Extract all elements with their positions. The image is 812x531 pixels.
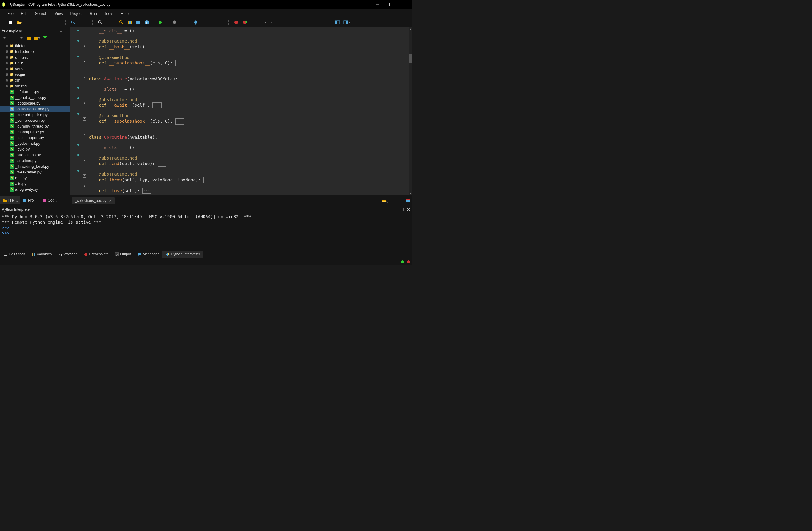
menu-search[interactable]: Search [31,10,51,17]
tree-file[interactable]: _dummy_thread.py [0,123,70,129]
layout-1-icon[interactable] [334,19,341,26]
pin-icon[interactable] [402,207,406,212]
fold-icon[interactable]: + [83,45,86,48]
tree-file[interactable]: _compat_pickle.py [0,112,70,117]
fold-icon[interactable]: + [83,117,86,121]
menu-edit[interactable]: Edit [17,10,31,17]
nav-dropdown[interactable] [1,35,8,41]
tree-folder[interactable]: ⊞📁tkinter [0,43,70,48]
menu-help[interactable]: Help [117,10,132,17]
layout-2-icon[interactable] [343,19,351,26]
fold-icon[interactable]: − [83,133,86,136]
window-list-icon[interactable] [406,198,411,204]
pin-icon[interactable] [59,28,63,33]
close-panel-icon[interactable] [64,28,68,33]
window-icon[interactable] [135,19,142,26]
menu-file[interactable]: File [4,10,17,17]
tree-file[interactable]: abc.py [0,175,70,181]
bottom-tab-watches[interactable]: Watches [55,251,80,258]
debug-icon[interactable] [171,19,178,26]
sidebar-tab-code[interactable]: Cod... [40,196,60,204]
tree-file[interactable]: _pyio.py [0,146,70,152]
tree-folder[interactable]: ⊞📁xmlrpc [0,83,70,89]
fold-icon[interactable]: − [83,76,86,79]
tree-file[interactable]: _sitebuiltins.py [0,152,70,158]
code-editor[interactable]: + + − + + − + + + __slots__ = () @abstra… [70,27,412,195]
tree-file[interactable]: _threading_local.py [0,164,70,169]
open-file-icon[interactable] [16,19,23,26]
close-tab-icon[interactable]: ✕ [109,199,112,203]
tree-folder[interactable]: ⊞📁turtledemo [0,48,70,54]
tree-folder[interactable]: ⊞📁wsgiref [0,72,70,78]
svg-point-2 [99,20,101,23]
tree-file[interactable]: _markupbase.py [0,129,70,135]
bottom-tab-messages[interactable]: Messages [134,251,162,258]
tree-file[interactable]: _pydecimal.py [0,141,70,146]
dropdown-2[interactable] [268,19,274,26]
svg-rect-44 [34,253,35,256]
fold-icon[interactable]: + [83,60,86,64]
sidebar-tab-project[interactable]: Proj... [20,196,40,204]
folder-open-icon[interactable] [25,35,32,41]
dropdown-1[interactable] [255,19,267,26]
svg-point-11 [194,21,197,24]
tree-file[interactable]: _weakrefset.py [0,169,70,175]
stop-icon[interactable] [233,19,240,26]
fold-icon[interactable]: + [83,174,86,178]
tree-folder[interactable]: ⊞📁xml [0,78,70,83]
svg-point-10 [173,21,176,24]
interpreter-body[interactable]: *** Python 3.6.3 (v3.6.3:2c5fed8, Oct 3 … [0,213,412,250]
tree-file[interactable]: _bootlocale.py [0,100,70,106]
fold-icon[interactable]: + [83,102,86,105]
app-icon [2,2,6,7]
tree-file[interactable]: _osx_support.py [0,135,70,141]
minimize-button[interactable] [371,0,384,9]
tree-file[interactable]: _compression.py [0,117,70,123]
fold-icon[interactable]: + [83,159,86,162]
folder-up-icon[interactable] [33,35,41,41]
menu-tools[interactable]: Tools [101,10,117,17]
bottom-tab-call-stack[interactable]: Call Stack [0,251,28,258]
abort-icon[interactable] [241,19,248,26]
titlebar: PyScripter - C:\Program Files\Python36\L… [0,0,412,9]
tree-file[interactable]: antigravity.py [0,186,70,192]
tree-file[interactable]: __phello__.foo.py [0,95,70,100]
editor-tab[interactable]: _collections_abc.py ✕ [72,197,115,204]
bottom-tab-output[interactable]: OOutput [112,251,134,258]
filter-icon[interactable] [42,35,48,41]
tree-folder[interactable]: ⊞📁unittest [0,54,70,60]
close-button[interactable] [397,0,411,9]
tree-folder[interactable]: ⊞📁venv [0,66,70,72]
info-icon[interactable]: i [143,19,150,26]
menu-run[interactable]: Run [86,10,101,17]
menu-view[interactable]: View [51,10,67,17]
tree-file[interactable]: _collections_abc.py [0,106,70,112]
code-content[interactable]: __slots__ = () @abstractmethod def __has… [87,27,409,195]
menu-project[interactable]: Project [67,10,86,17]
run-icon[interactable] [157,19,164,26]
tree-file[interactable]: __future__.py [0,89,70,95]
syntax-check-icon[interactable] [118,19,125,26]
bottom-tab-python-interpreter[interactable]: Python Interpreter [162,251,203,258]
interpreter-header: Python Interpreter [0,206,412,213]
fold-icon[interactable]: + [83,185,86,188]
open-folder-icon[interactable] [382,198,391,204]
search-icon[interactable] [97,19,104,26]
editor-scrollbar[interactable]: ▲ ▼ [409,27,412,195]
tree-file[interactable]: aifc.py [0,181,70,186]
file-tree[interactable]: ⊞📁tkinter⊞📁turtledemo⊞📁unittest⊞📁urllib⊞… [0,42,70,196]
sidebar: File Explorer ⊞📁tkinter⊞📁turtledemo⊞📁uni… [0,27,70,204]
sidebar-tab-file[interactable]: File ... [0,196,20,204]
new-file-icon[interactable] [7,19,14,26]
undo-icon[interactable] [70,19,77,26]
tree-file[interactable]: _strptime.py [0,158,70,164]
bottom-tab-breakpoints[interactable]: Breakpoints [80,251,111,258]
nav-dropdown-2[interactable] [18,35,25,41]
close-panel-icon[interactable] [406,207,411,212]
bottom-tab-variables[interactable]: Variables [28,251,55,258]
interpreter-panel: Python Interpreter *** Python 3.6.3 (v3.… [0,206,412,250]
module-icon[interactable] [126,19,133,26]
tree-folder[interactable]: ⊞📁urllib [0,60,70,66]
maximize-button[interactable] [384,0,397,9]
toggle-breakpoint-icon[interactable] [192,19,199,26]
